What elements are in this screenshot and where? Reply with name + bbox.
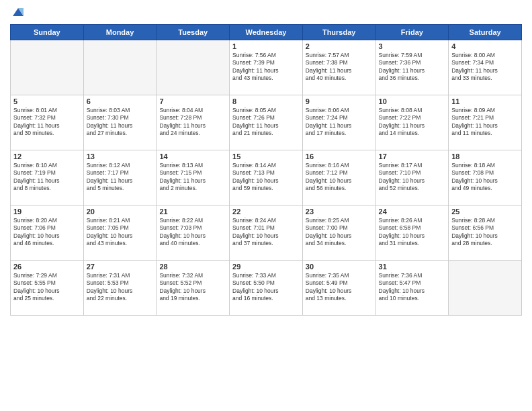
calendar-week-row: 12Sunrise: 8:10 AMSunset: 7:19 PMDayligh… (11, 150, 522, 205)
day-info: Sunrise: 8:14 AMSunset: 7:13 PMDaylight:… (232, 162, 300, 193)
weekday-header: Monday (83, 25, 157, 40)
calendar-cell: 3Sunrise: 7:59 AMSunset: 7:36 PMDaylight… (375, 40, 449, 95)
day-number: 28 (159, 263, 226, 271)
calendar-cell: 24Sunrise: 8:26 AMSunset: 6:58 PMDayligh… (375, 205, 449, 261)
weekday-header: Sunday (11, 25, 84, 40)
day-number: 9 (306, 97, 373, 105)
day-info: Sunrise: 8:25 AMSunset: 7:00 PMDaylight:… (306, 217, 373, 248)
day-number: 29 (232, 263, 300, 271)
calendar-table: SundayMondayTuesdayWednesdayThursdayFrid… (10, 24, 522, 316)
calendar-cell: 16Sunrise: 8:16 AMSunset: 7:12 PMDayligh… (302, 150, 375, 205)
weekday-header-row: SundayMondayTuesdayWednesdayThursdayFrid… (11, 25, 522, 40)
day-info: Sunrise: 8:13 AMSunset: 7:15 PMDaylight:… (159, 162, 226, 193)
weekday-header: Saturday (449, 25, 522, 40)
calendar-cell: 22Sunrise: 8:24 AMSunset: 7:01 PMDayligh… (230, 205, 303, 261)
calendar-cell: 21Sunrise: 8:22 AMSunset: 7:03 PMDayligh… (157, 205, 230, 261)
day-number: 25 (451, 208, 519, 216)
day-info: Sunrise: 7:33 AMSunset: 5:50 PMDaylight:… (232, 272, 300, 303)
day-number: 6 (87, 97, 154, 105)
day-number: 18 (451, 152, 519, 161)
weekday-header: Tuesday (157, 25, 230, 40)
weekday-header: Thursday (302, 25, 375, 40)
calendar-cell: 28Sunrise: 7:32 AMSunset: 5:52 PMDayligh… (157, 261, 230, 316)
calendar-cell: 1Sunrise: 7:56 AMSunset: 7:39 PMDaylight… (230, 40, 303, 95)
day-info: Sunrise: 8:05 AMSunset: 7:26 PMDaylight:… (232, 107, 300, 138)
day-number: 10 (379, 97, 446, 105)
day-info: Sunrise: 8:28 AMSunset: 6:56 PMDaylight:… (451, 217, 519, 248)
day-number: 2 (306, 42, 373, 50)
calendar-cell (157, 40, 230, 95)
day-number: 24 (379, 208, 446, 216)
calendar-cell: 25Sunrise: 8:28 AMSunset: 6:56 PMDayligh… (449, 205, 522, 261)
day-number: 21 (159, 208, 226, 216)
day-number: 4 (451, 42, 519, 50)
day-number: 30 (306, 263, 373, 271)
day-number: 7 (159, 97, 226, 105)
day-number: 12 (13, 152, 81, 161)
day-info: Sunrise: 7:36 AMSunset: 5:47 PMDaylight:… (379, 272, 446, 303)
calendar-cell: 8Sunrise: 8:05 AMSunset: 7:26 PMDaylight… (230, 95, 303, 150)
calendar-cell: 26Sunrise: 7:29 AMSunset: 5:55 PMDayligh… (11, 261, 84, 316)
calendar-week-row: 5Sunrise: 8:01 AMSunset: 7:32 PMDaylight… (11, 95, 522, 150)
day-number: 23 (306, 208, 373, 216)
calendar-cell: 15Sunrise: 8:14 AMSunset: 7:13 PMDayligh… (230, 150, 303, 205)
day-info: Sunrise: 7:59 AMSunset: 7:36 PMDaylight:… (379, 52, 446, 83)
day-info: Sunrise: 8:06 AMSunset: 7:24 PMDaylight:… (306, 107, 373, 138)
day-number: 1 (232, 42, 300, 50)
calendar-cell: 5Sunrise: 8:01 AMSunset: 7:32 PMDaylight… (11, 95, 84, 150)
calendar-cell (11, 40, 84, 95)
calendar-cell (449, 261, 522, 316)
weekday-header: Friday (375, 25, 449, 40)
day-info: Sunrise: 8:12 AMSunset: 7:17 PMDaylight:… (87, 162, 154, 193)
day-number: 13 (87, 152, 154, 161)
calendar-cell: 23Sunrise: 8:25 AMSunset: 7:00 PMDayligh… (302, 205, 375, 261)
day-number: 14 (159, 152, 226, 161)
day-info: Sunrise: 8:09 AMSunset: 7:21 PMDaylight:… (451, 107, 519, 138)
calendar-cell: 7Sunrise: 8:04 AMSunset: 7:28 PMDaylight… (157, 95, 230, 150)
calendar-cell: 4Sunrise: 8:00 AMSunset: 7:34 PMDaylight… (449, 40, 522, 95)
day-number: 26 (13, 263, 81, 271)
day-info: Sunrise: 8:00 AMSunset: 7:34 PMDaylight:… (451, 52, 519, 83)
calendar-cell: 20Sunrise: 8:21 AMSunset: 7:05 PMDayligh… (83, 205, 157, 261)
calendar-cell: 31Sunrise: 7:36 AMSunset: 5:47 PMDayligh… (375, 261, 449, 316)
day-number: 8 (232, 97, 300, 105)
calendar-cell (83, 40, 157, 95)
day-info: Sunrise: 8:16 AMSunset: 7:12 PMDaylight:… (306, 162, 373, 193)
page: SundayMondayTuesdayWednesdayThursdayFrid… (0, 0, 532, 411)
calendar-cell: 6Sunrise: 8:03 AMSunset: 7:30 PMDaylight… (83, 95, 157, 150)
day-info: Sunrise: 7:56 AMSunset: 7:39 PMDaylight:… (232, 52, 300, 83)
day-info: Sunrise: 7:35 AMSunset: 5:49 PMDaylight:… (306, 272, 373, 303)
calendar-cell: 18Sunrise: 8:18 AMSunset: 7:08 PMDayligh… (449, 150, 522, 205)
day-info: Sunrise: 8:22 AMSunset: 7:03 PMDaylight:… (159, 217, 226, 248)
day-number: 19 (13, 208, 81, 216)
logo (10, 7, 25, 19)
calendar-cell: 13Sunrise: 8:12 AMSunset: 7:17 PMDayligh… (83, 150, 157, 205)
calendar-week-row: 1Sunrise: 7:56 AMSunset: 7:39 PMDaylight… (11, 40, 522, 95)
calendar-cell: 12Sunrise: 8:10 AMSunset: 7:19 PMDayligh… (11, 150, 84, 205)
day-info: Sunrise: 8:20 AMSunset: 7:06 PMDaylight:… (13, 217, 81, 248)
day-info: Sunrise: 7:57 AMSunset: 7:38 PMDaylight:… (306, 52, 373, 83)
day-number: 15 (232, 152, 300, 161)
day-info: Sunrise: 8:21 AMSunset: 7:05 PMDaylight:… (87, 217, 154, 248)
calendar-cell: 19Sunrise: 8:20 AMSunset: 7:06 PMDayligh… (11, 205, 84, 261)
calendar-cell: 29Sunrise: 7:33 AMSunset: 5:50 PMDayligh… (230, 261, 303, 316)
day-number: 31 (379, 263, 446, 271)
day-number: 20 (87, 208, 154, 216)
day-info: Sunrise: 8:26 AMSunset: 6:58 PMDaylight:… (379, 217, 446, 248)
day-info: Sunrise: 8:04 AMSunset: 7:28 PMDaylight:… (159, 107, 226, 138)
calendar-cell: 14Sunrise: 8:13 AMSunset: 7:15 PMDayligh… (157, 150, 230, 205)
day-number: 3 (379, 42, 446, 50)
calendar-cell: 9Sunrise: 8:06 AMSunset: 7:24 PMDaylight… (302, 95, 375, 150)
day-number: 27 (87, 263, 154, 271)
day-info: Sunrise: 8:10 AMSunset: 7:19 PMDaylight:… (13, 162, 81, 193)
calendar-cell: 30Sunrise: 7:35 AMSunset: 5:49 PMDayligh… (302, 261, 375, 316)
day-number: 22 (232, 208, 300, 216)
day-number: 5 (13, 97, 81, 105)
calendar-cell: 11Sunrise: 8:09 AMSunset: 7:21 PMDayligh… (449, 95, 522, 150)
calendar-cell: 27Sunrise: 7:31 AMSunset: 5:53 PMDayligh… (83, 261, 157, 316)
calendar-week-row: 19Sunrise: 8:20 AMSunset: 7:06 PMDayligh… (11, 205, 522, 261)
day-info: Sunrise: 8:08 AMSunset: 7:22 PMDaylight:… (379, 107, 446, 138)
day-number: 17 (379, 152, 446, 161)
day-info: Sunrise: 8:17 AMSunset: 7:10 PMDaylight:… (379, 162, 446, 193)
day-info: Sunrise: 8:24 AMSunset: 7:01 PMDaylight:… (232, 217, 300, 248)
